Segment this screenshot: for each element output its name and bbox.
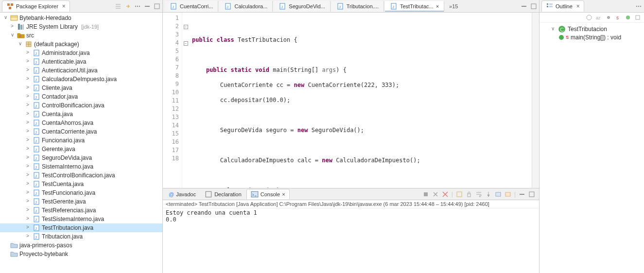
hide-local-icon[interactable]: [634, 14, 641, 21]
focus-icon[interactable]: [586, 14, 592, 21]
fold-toggle-icon[interactable]: −: [184, 25, 188, 29]
twisty-icon[interactable]: [24, 207, 31, 214]
console-tab[interactable]: Console×: [246, 189, 290, 199]
file-node[interactable]: JTestReferencias.java: [0, 206, 162, 215]
twisty-icon[interactable]: [24, 85, 31, 91]
outline-tab[interactable]: Outline ×: [541, 0, 584, 12]
twisty-icon[interactable]: [17, 41, 23, 48]
twisty-icon[interactable]: [24, 224, 31, 231]
file-node[interactable]: JTestGerente.java: [0, 197, 162, 206]
sort-icon[interactable]: az: [595, 14, 602, 21]
package-explorer-tab[interactable]: Package Explorer ×: [2, 0, 70, 12]
remove-all-icon[interactable]: [442, 191, 449, 198]
twisty-icon[interactable]: [2, 15, 9, 21]
twisty-icon[interactable]: [549, 26, 556, 33]
twisty-icon[interactable]: [24, 233, 31, 240]
file-node[interactable]: JAutenticable.java: [0, 57, 162, 66]
maximize-icon[interactable]: [528, 191, 535, 198]
display-selected-icon[interactable]: [495, 191, 502, 198]
file-node[interactable]: JCuentaCorriente.java: [0, 127, 162, 136]
file-node[interactable]: JControlBonificacion.java: [0, 101, 162, 110]
outline-class-node[interactable]: C TestTributacion: [541, 25, 642, 34]
twisty-icon[interactable]: [24, 76, 31, 83]
twisty-icon[interactable]: [24, 67, 31, 74]
code-text[interactable]: public class TestTributacion { public st…: [189, 13, 532, 188]
minimize-icon[interactable]: [521, 3, 527, 10]
file-node[interactable]: JCalculadoraDeImpuesto.java: [0, 75, 162, 84]
close-icon[interactable]: ×: [282, 191, 285, 197]
file-node[interactable]: JSeguroDeVida.java: [0, 154, 162, 162]
default-package-node[interactable]: (default package): [0, 40, 162, 49]
maximize-icon[interactable]: [154, 3, 160, 10]
file-node[interactable]: JTestSistemaInterno.java: [0, 215, 162, 223]
twisty-icon[interactable]: [24, 137, 31, 144]
remove-launch-icon[interactable]: [432, 191, 439, 198]
file-node[interactable]: JCuentaAhorros.java: [0, 119, 162, 127]
closed-project-node[interactable]: java-primeros-pasos: [0, 241, 162, 250]
project-node[interactable]: Bytebank-Heredado: [0, 14, 162, 22]
twisty-icon[interactable]: [24, 50, 31, 56]
vertical-scrollbar[interactable]: [532, 13, 539, 188]
fold-toggle-icon[interactable]: −: [184, 41, 188, 46]
src-node[interactable]: src: [0, 31, 162, 40]
editor-tab[interactable]: JCalculadora...: [219, 1, 273, 12]
twisty-icon[interactable]: [24, 93, 31, 100]
javadoc-tab[interactable]: @Javadoc: [165, 190, 200, 198]
twisty-icon[interactable]: [24, 111, 31, 118]
file-node[interactable]: JCuenta.java: [0, 110, 162, 119]
clear-console-icon[interactable]: [456, 191, 463, 198]
file-node[interactable]: JAdministrador.java: [0, 49, 162, 57]
file-node[interactable]: JCliente.java: [0, 84, 162, 92]
twisty-icon[interactable]: [24, 102, 31, 109]
twisty-icon[interactable]: [24, 146, 31, 153]
pin-console-icon[interactable]: [485, 191, 492, 198]
twisty-icon[interactable]: [24, 119, 31, 126]
twisty-icon[interactable]: [24, 189, 31, 196]
twisty-icon[interactable]: [24, 154, 31, 161]
view-menu-icon[interactable]: [134, 3, 141, 10]
twisty-icon[interactable]: [24, 172, 31, 179]
minimize-icon[interactable]: [519, 191, 525, 198]
console-output[interactable]: Estoy creando una cuenta 1 0.0: [163, 208, 539, 273]
terminate-icon[interactable]: [422, 191, 429, 198]
file-node[interactable]: JTestControlBonificacion.java: [0, 171, 162, 180]
jre-node[interactable]: JRE System Library [jdk-19]: [0, 22, 162, 31]
link-editor-icon[interactable]: [124, 3, 131, 10]
closed-project-node[interactable]: Proyecto-bytebank: [0, 250, 162, 258]
twisty-icon[interactable]: [24, 198, 31, 205]
file-node[interactable]: JContador.java: [0, 92, 162, 101]
maximize-icon[interactable]: [530, 3, 537, 10]
hide-static-icon[interactable]: s: [615, 14, 622, 21]
editor-tab[interactable]: JCuentaCorri...: [165, 1, 218, 12]
editor-tab[interactable]: JTributacion....: [331, 1, 384, 12]
file-node[interactable]: JAutenticacionUtil.java: [0, 66, 162, 75]
hide-nonpublic-icon[interactable]: [625, 14, 631, 21]
twisty-icon[interactable]: [9, 32, 16, 39]
file-node[interactable]: JGerente.java: [0, 145, 162, 154]
twisty-icon[interactable]: [24, 163, 31, 170]
close-icon[interactable]: ×: [62, 3, 66, 10]
twisty-icon[interactable]: [24, 181, 31, 188]
file-node[interactable]: JTributacion.java: [0, 232, 162, 241]
collapse-all-icon[interactable]: [115, 3, 122, 10]
file-node[interactable]: JTestCuenta.java: [0, 180, 162, 188]
declaration-tab[interactable]: Declaration: [201, 189, 245, 199]
scroll-lock-icon[interactable]: [466, 191, 472, 198]
minimize-icon[interactable]: [144, 3, 151, 10]
close-icon[interactable]: ×: [576, 3, 580, 10]
file-node[interactable]: JFuncionario.java: [0, 136, 162, 145]
close-icon[interactable]: ×: [436, 3, 439, 9]
editor-tab-active[interactable]: JTestTributac...×: [385, 1, 444, 12]
open-console-icon[interactable]: [505, 191, 511, 198]
code-editor[interactable]: 123456789101112131415161718 − − public c…: [163, 13, 539, 188]
file-node[interactable]: JSistemaInterno.java: [0, 162, 162, 171]
file-node[interactable]: JTestFuncionario.java: [0, 188, 162, 197]
twisty-icon[interactable]: [24, 216, 31, 222]
view-menu-icon[interactable]: [635, 3, 642, 10]
twisty-icon[interactable]: [24, 58, 31, 65]
outline-method-node[interactable]: S main(String[]) : void: [541, 34, 642, 41]
twisty-icon[interactable]: [24, 128, 31, 135]
word-wrap-icon[interactable]: [475, 191, 482, 198]
file-node[interactable]: JTestTributacion.java: [0, 223, 162, 232]
hide-fields-icon[interactable]: [605, 14, 612, 21]
